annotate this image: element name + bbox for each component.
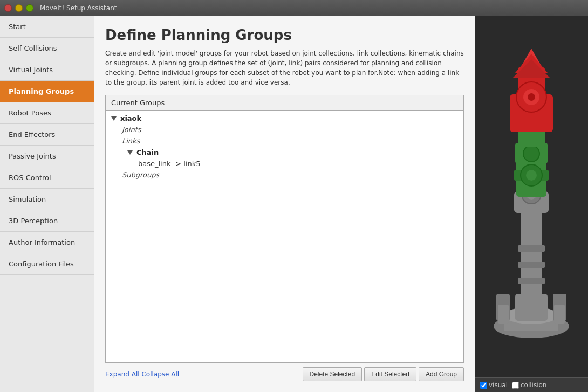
tree-item-joints[interactable]: Joints [106,124,463,135]
collapse-all-link[interactable]: Collapse All [141,370,179,378]
sidebar-item-end-effectors[interactable]: End Effectors [0,124,94,146]
bottom-bar: Expand All Collapse All Delete Selected … [105,367,464,381]
tree-item-chain-value[interactable]: base_link -> link5 [106,158,463,169]
group-name-label: xiaok [120,114,141,122]
expand-icon-xiaok [111,116,117,121]
expand-icon-chain [127,150,133,155]
sidebar-item-simulation[interactable]: Simulation [0,189,94,210]
svg-point-14 [526,170,537,181]
svg-rect-5 [518,245,545,252]
sidebar-item-ros-control[interactable]: ROS Control [0,167,94,189]
expand-collapse-links: Expand All Collapse All [105,370,179,378]
edit-selected-button[interactable]: Edit Selected [364,367,416,381]
sidebar-item-passive-joints[interactable]: Passive Joints [0,146,94,167]
collision-label: collision [521,381,546,389]
viewport-controls: visual collision [475,377,588,392]
page-description: Create and edit 'joint model' groups for… [105,49,464,87]
groups-panel: Current Groups xiaok Joints Links Chain [105,95,464,363]
collision-checkbox-label[interactable]: collision [512,381,546,389]
sidebar-item-configuration-files[interactable]: Configuration Files [0,253,94,275]
tree-item-links[interactable]: Links [106,135,463,147]
tree-item-subgroups[interactable]: Subgroups [106,169,463,181]
sidebar-item-self-collisions[interactable]: Self-Collisions [0,38,94,59]
close-button[interactable] [4,4,12,12]
groups-header: Current Groups [106,95,463,111]
3d-render-area [475,16,588,377]
sidebar: Start Self-Collisions Virtual Joints Pla… [0,16,94,392]
svg-rect-28 [498,305,509,324]
svg-rect-29 [554,305,565,324]
collision-checkbox[interactable] [512,382,519,389]
sidebar-item-robot-poses[interactable]: Robot Poses [0,102,94,124]
svg-rect-6 [518,262,545,268]
svg-point-25 [528,93,535,101]
sidebar-item-start[interactable]: Start [0,16,94,38]
page-title: Define Planning Groups [105,27,464,43]
sidebar-item-author-information[interactable]: Author Information [0,232,94,253]
expand-all-link[interactable]: Expand All [105,370,140,378]
visual-label: visual [489,381,508,389]
robot-visualization [488,40,575,353]
minimize-button[interactable] [15,4,23,12]
3d-viewport: visual collision [475,16,588,392]
tree-item-chain[interactable]: Chain [106,147,463,158]
sidebar-item-planning-groups[interactable]: Planning Groups [0,81,94,102]
groups-tree[interactable]: xiaok Joints Links Chain base_link -> li… [106,111,463,362]
action-buttons: Delete Selected Edit Selected Add Group [303,367,464,381]
add-group-button[interactable]: Add Group [419,367,464,381]
tree-group-xiaok[interactable]: xiaok [106,113,463,124]
visual-checkbox-label[interactable]: visual [480,381,508,389]
app-body: Start Self-Collisions Virtual Joints Pla… [0,16,588,392]
svg-rect-7 [518,278,545,284]
visual-checkbox[interactable] [480,382,487,389]
titlebar: MoveIt! Setup Assistant [0,0,588,16]
main-content: Define Planning Groups Create and edit '… [94,16,475,392]
window-title: MoveIt! Setup Assistant [40,4,117,12]
sidebar-item-virtual-joints[interactable]: Virtual Joints [0,59,94,81]
delete-selected-button[interactable]: Delete Selected [303,367,363,381]
sidebar-item-3d-perception[interactable]: 3D Perception [0,210,94,232]
svg-point-16 [523,146,539,162]
maximize-button[interactable] [26,4,33,12]
